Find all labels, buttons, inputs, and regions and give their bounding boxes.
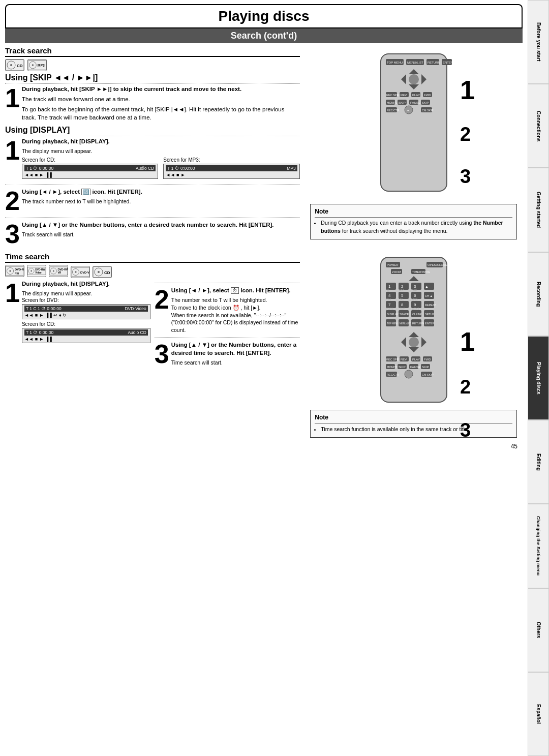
sidebar: Before you start Connections Getting sta… — [528, 0, 549, 756]
screen-dvd-label: Screen for DVD: — [22, 297, 150, 303]
svg-point-46 — [9, 270, 11, 272]
svg-text:3: 3 — [414, 284, 416, 289]
svg-point-2 — [10, 64, 12, 66]
svg-text:TOP MENU: TOP MENU — [387, 322, 399, 325]
svg-text:TUV: TUV — [400, 307, 405, 310]
svg-text:OPEN/CLOSE: OPEN/CLOSE — [428, 263, 447, 266]
dvdr-icon: DVD-R RW — [5, 265, 24, 277]
svg-text:MNO: MNO — [412, 298, 418, 301]
svg-text:MP3: MP3 — [38, 64, 45, 67]
svg-text:8: 8 — [401, 303, 404, 307]
cd-icon: CD — [5, 59, 24, 71]
step3-number: 3 — [5, 221, 20, 247]
time-search-disc-icons: DVD-R RW DVD-RW Video — [5, 265, 300, 278]
using-display-heading: Using [DISPLAY] — [5, 126, 300, 136]
svg-point-21 — [409, 74, 419, 84]
svg-text:JKL: JKL — [400, 298, 404, 301]
sidebar-tab-recording[interactable]: Recording — [528, 252, 549, 336]
step2-text: Using [◄ / ►], select 🔢 icon. Hit [ENTER… — [22, 188, 300, 196]
svg-text:REV: REV — [401, 358, 407, 361]
svg-text:ENTER: ENTER — [425, 322, 435, 325]
sidebar-tab-playing-discs[interactable]: Playing discs — [528, 336, 549, 420]
svg-text:@;: @; — [387, 289, 390, 292]
time-step1-bold: During playback, hit [DISPLAY]. — [22, 280, 150, 288]
svg-text:CD: CD — [104, 270, 110, 275]
sidebar-tab-connections[interactable]: Connections — [528, 84, 549, 168]
svg-text:FWD: FWD — [424, 358, 431, 361]
dvdrw-vr-icon: DVD-RW VR — [49, 265, 68, 277]
svg-text:PLAY: PLAY — [412, 94, 420, 97]
screen-cd-label: Screen for CD: — [22, 157, 158, 163]
svg-text:DISPLAY: DISPLAY — [387, 313, 399, 316]
svg-text:6: 6 — [414, 293, 416, 298]
step1b-number: 1 — [5, 137, 20, 164]
svg-text:ZOOM: ZOOM — [392, 270, 401, 274]
note1-title: Note — [315, 207, 512, 218]
svg-text:FWD: FWD — [424, 94, 431, 97]
svg-text:PAUSE: PAUSE — [410, 366, 420, 369]
remote1-wrap: TOP MENU MENU/LIST RETURN ENTER REC SPE — [371, 51, 457, 196]
right-num3: 3 — [460, 166, 475, 188]
remote2-wrap: POWER OPEN/CLOSE ZOOM TIMER/PROG 1 @; 2 — [371, 255, 457, 407]
svg-point-65 — [98, 271, 100, 273]
sidebar-tab-before-you-start[interactable]: Before you start — [528, 0, 549, 84]
mp3-icon: MP3 — [27, 59, 47, 71]
svg-text:PLAY: PLAY — [412, 358, 420, 361]
svg-text:5: 5 — [401, 293, 404, 298]
svg-text:RW: RW — [15, 273, 19, 275]
screen-mp3: T 1 ⏱ 0:00:00 MP3 ◄◄■► — [163, 164, 299, 179]
time-step1-text: The display menu will appear. — [22, 290, 150, 297]
svg-text:SKIP: SKIP — [422, 366, 429, 369]
svg-text:7: 7 — [388, 303, 391, 307]
sidebar-tab-settings[interactable]: Changing the Setting menu — [528, 504, 549, 588]
note2-title: Note — [315, 413, 512, 424]
svg-text:POWER: POWER — [387, 263, 399, 266]
time-step2-sub1: The number next to T will be highlighted… — [171, 296, 300, 304]
screen-cd: T 1 ⏱ 0:00:00 Audio CD ◄◄■►▐▐ — [22, 164, 158, 179]
svg-point-51 — [30, 270, 32, 272]
svg-text:PQRS: PQRS — [386, 307, 394, 310]
svg-text:CM SKIP: CM SKIP — [422, 373, 434, 376]
using-skip-heading: Using [SKIP ◄◄ / ►►|] — [5, 73, 300, 84]
svg-text:RETURN: RETURN — [412, 322, 424, 325]
svg-text:CM SKIP: CM SKIP — [422, 109, 434, 112]
step1-number: 1 — [5, 85, 20, 111]
svg-point-61 — [75, 271, 76, 273]
svg-text:4: 4 — [388, 293, 391, 298]
svg-text:DVD-RW: DVD-RW — [35, 268, 45, 271]
sidebar-tab-espanol[interactable]: Español — [528, 672, 549, 756]
time-step3-bold: Using [▲ / ▼] or the Number buttons, ent… — [171, 341, 300, 357]
time-step3-text: Time search will start. — [171, 359, 300, 367]
note2-box: Note Time search function is available o… — [310, 410, 517, 438]
remote2-svg: POWER OPEN/CLOSE ZOOM TIMER/PROG 1 @; 2 — [371, 255, 457, 405]
cd2-icon: CD — [93, 266, 112, 278]
right-num2: 2 — [460, 124, 475, 145]
svg-text:SKIP: SKIP — [399, 101, 406, 104]
svg-text:WXYZ: WXYZ — [412, 307, 419, 310]
svg-text:TIMER/PROG: TIMER/PROG — [412, 270, 430, 274]
time-step2-sub2: To move to the clock icon ⏰ , hit [►]. — [171, 304, 300, 312]
svg-text:MENU/LIST: MENU/LIST — [400, 322, 412, 325]
right-num6: 3 — [460, 419, 475, 441]
step1b-bold: During playback, hit [DISPLAY]. — [22, 137, 300, 145]
sidebar-tab-getting-started[interactable]: Getting started — [528, 168, 549, 252]
svg-point-6 — [32, 64, 34, 66]
svg-text:▲: ▲ — [425, 285, 429, 288]
svg-text:MENU/LIST: MENU/LIST — [407, 61, 423, 64]
svg-text:Video: Video — [35, 271, 41, 274]
svg-point-149 — [405, 370, 413, 378]
svg-text:CH ▲: CH ▲ — [425, 294, 433, 297]
right-num5: 2 — [460, 376, 475, 398]
screen-dvd: T 1 C 1 ⏱ 0:00:00 DVD-Video ◄◄■►▐▐↩♦↻ — [22, 304, 150, 319]
note1-list: During CD playback you can enter a track… — [315, 219, 512, 234]
page-title-box: Playing discs — [5, 4, 523, 28]
svg-text:1: 1 — [388, 284, 391, 289]
sidebar-tab-others[interactable]: Others — [528, 588, 549, 672]
svg-text:ENTER: ENTER — [443, 61, 453, 64]
svg-text:SKIP: SKIP — [399, 366, 406, 369]
sidebar-tab-editing[interactable]: Editing — [528, 420, 549, 504]
time-step1-number: 1 — [5, 280, 20, 306]
screen-mp3-label: Screen for MP3: — [163, 157, 299, 163]
screen-cd2-wrap: Screen for CD: T 1 ⏱ 0:00:00 Audio CD ◄◄… — [22, 321, 150, 343]
step1-text1: The track will move forward one at a tim… — [22, 95, 300, 103]
